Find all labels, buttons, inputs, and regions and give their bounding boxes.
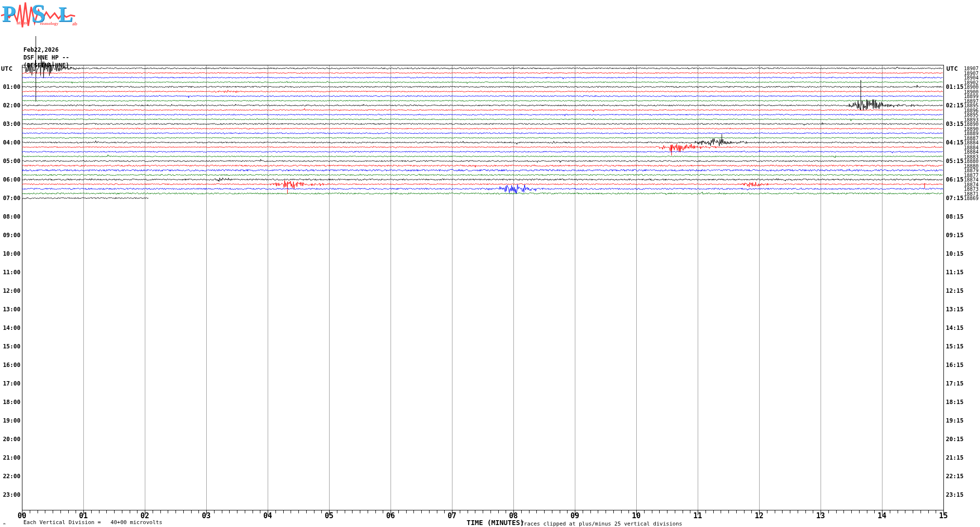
right-hour-label: 22:15 bbox=[946, 473, 963, 479]
minute-tick-label: 06 bbox=[383, 512, 398, 520]
left-hour-label: 13:00 bbox=[1, 306, 20, 312]
right-hour-label: 05:15 bbox=[946, 158, 963, 164]
logo-word-eismology: eismology bbox=[40, 21, 59, 26]
right-hour-label: 06:15 bbox=[946, 177, 963, 182]
right-hour-label: 01:15 bbox=[946, 84, 963, 90]
minute-tick-label: 01 bbox=[76, 512, 91, 520]
logo-word-atras: atras bbox=[17, 20, 27, 25]
right-hour-label: 12:15 bbox=[946, 288, 963, 294]
left-hour-label: 12:00 bbox=[1, 288, 20, 294]
left-hour-label: 07:00 bbox=[1, 195, 20, 201]
left-hour-label: 14:00 bbox=[1, 325, 20, 331]
helicorder-canvas bbox=[0, 0, 980, 527]
right-hour-label: 02:15 bbox=[946, 102, 963, 108]
logo-letter-l: L bbox=[59, 4, 73, 25]
right-hour-label: 23:15 bbox=[946, 492, 963, 498]
minute-tick-label: 09 bbox=[568, 512, 582, 520]
right-hour-label: 18:15 bbox=[946, 399, 963, 405]
left-hour-label: 20:00 bbox=[1, 436, 20, 442]
left-hour-label: 17:00 bbox=[1, 381, 20, 386]
minute-tick-label: 04 bbox=[260, 512, 275, 520]
trace-value: 18869 bbox=[964, 196, 979, 201]
minute-tick-label: 14 bbox=[875, 512, 889, 520]
right-hour-label: 20:15 bbox=[946, 436, 963, 442]
helicorder-page: P atras S eismology L ab Feb22,2026 DSF … bbox=[0, 0, 980, 527]
minute-tick-label: 13 bbox=[813, 512, 828, 520]
right-hour-label: 21:15 bbox=[946, 455, 963, 461]
logo-word-ab: ab bbox=[72, 21, 78, 26]
left-hour-label: 01:00 bbox=[1, 84, 20, 90]
minute-tick-label: 12 bbox=[752, 512, 766, 520]
minute-tick-label: 11 bbox=[690, 512, 705, 520]
right-hour-label: 04:15 bbox=[946, 140, 963, 145]
minute-tick-label: 07 bbox=[445, 512, 459, 520]
left-hour-label: 23:00 bbox=[1, 492, 20, 498]
left-hour-label: 02:00 bbox=[1, 102, 20, 108]
left-hour-label: 19:00 bbox=[1, 418, 20, 424]
right-hour-label: 03:15 bbox=[946, 121, 963, 127]
minute-tick-label: 05 bbox=[322, 512, 336, 520]
minute-tick-label: 10 bbox=[629, 512, 644, 520]
left-hour-label: 11:00 bbox=[1, 269, 20, 275]
right-hour-label: 13:15 bbox=[946, 306, 963, 312]
left-hour-label: 03:00 bbox=[1, 121, 20, 127]
right-hour-label: 14:15 bbox=[946, 325, 963, 331]
psl-logo: P atras S eismology L ab bbox=[1, 1, 78, 29]
left-hour-label: 18:00 bbox=[1, 399, 20, 405]
x-axis-title: TIME (MINUTES) bbox=[467, 519, 524, 526]
logo-letter-p: P bbox=[2, 3, 16, 25]
left-hour-label: 04:00 bbox=[1, 140, 20, 145]
right-hour-label: 10:15 bbox=[946, 251, 963, 257]
left-hour-label: 10:00 bbox=[1, 251, 20, 257]
clip-note: Traces clipped at plus/minus 25 vertical… bbox=[521, 521, 682, 527]
utc-label-left: UTC bbox=[1, 65, 12, 72]
right-hour-label: 09:15 bbox=[946, 232, 963, 238]
vertical-scale-note: Each Vertical Division = 40+00 microvolt… bbox=[23, 519, 162, 526]
right-hour-label: 19:15 bbox=[946, 418, 963, 424]
right-hour-label: 17:15 bbox=[946, 381, 963, 386]
left-hour-label: 16:00 bbox=[1, 362, 20, 368]
minute-tick-label: 15 bbox=[936, 512, 951, 520]
minute-tick-label: 03 bbox=[199, 512, 214, 520]
minute-tick-label: 02 bbox=[137, 512, 152, 520]
right-hour-label: 11:15 bbox=[946, 269, 963, 275]
header-station: DSF HNE HP -- bbox=[23, 55, 69, 61]
utc-label-right: UTC bbox=[946, 65, 958, 72]
right-hour-label: 07:15 bbox=[946, 195, 963, 201]
left-hour-label: 15:00 bbox=[1, 344, 20, 349]
corner-glyph: ₘ bbox=[3, 520, 6, 526]
minute-tick-label: 00 bbox=[15, 512, 29, 520]
header-date: Feb22,2026 bbox=[23, 47, 59, 53]
left-hour-label: 09:00 bbox=[1, 232, 20, 238]
left-hour-label: 05:00 bbox=[1, 158, 20, 164]
left-hour-label: 21:00 bbox=[1, 455, 20, 461]
left-hour-label: 22:00 bbox=[1, 473, 20, 479]
left-hour-label: 08:00 bbox=[1, 214, 20, 220]
right-hour-label: 16:15 bbox=[946, 362, 963, 368]
right-hour-label: 15:15 bbox=[946, 344, 963, 349]
right-hour-label: 08:15 bbox=[946, 214, 963, 220]
left-hour-label: 06:00 bbox=[1, 177, 20, 182]
header-station-name: (DESFINA-HNE) bbox=[23, 62, 69, 68]
